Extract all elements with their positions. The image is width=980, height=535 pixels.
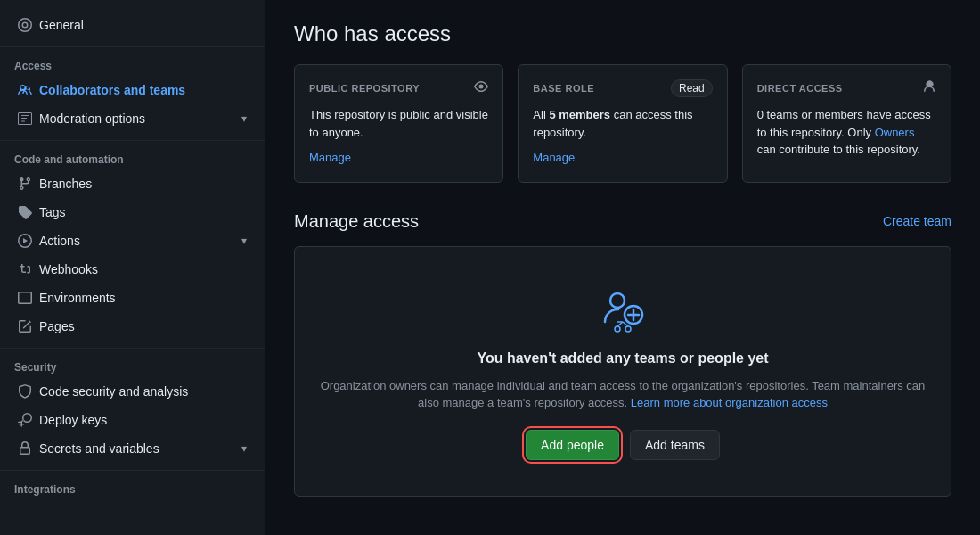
sidebar-item-webhooks[interactable]: Webhooks — [4, 255, 261, 284]
create-team-link[interactable]: Create team — [883, 214, 951, 228]
sidebar-item-collaborators[interactable]: Collaborators and teams — [4, 76, 261, 104]
key-icon — [18, 413, 32, 427]
learn-more-link[interactable]: Learn more about organization access — [631, 396, 828, 409]
card-header-public: PUBLIC REPOSITORY — [309, 79, 488, 97]
sidebar-section-security: Security — [0, 356, 265, 377]
empty-state-icon — [596, 283, 649, 336]
tag-icon — [18, 205, 32, 219]
sidebar-divider-2 — [0, 140, 265, 141]
webhook-icon — [18, 262, 32, 276]
moderation-icon — [18, 111, 32, 126]
public-repo-card: PUBLIC REPOSITORY This repository is pub… — [294, 64, 503, 183]
pages-icon — [18, 319, 32, 333]
direct-access-card: DIRECT ACCESS 0 teams or members have ac… — [742, 64, 951, 183]
sidebar-divider-4 — [0, 470, 265, 471]
sidebar: General Access Collaborators and teams M… — [0, 0, 265, 535]
play-icon — [18, 234, 32, 248]
sidebar-item-deploy-keys[interactable]: Deploy keys — [4, 406, 261, 434]
public-repo-manage-link[interactable]: Manage — [309, 151, 351, 164]
sidebar-item-secrets[interactable]: Secrets and variables ▾ — [4, 434, 261, 463]
svg-point-5 — [625, 326, 631, 332]
add-teams-button[interactable]: Add teams — [630, 430, 720, 460]
empty-state-desc: Organization owners can manage individua… — [320, 377, 926, 412]
page-title: Who has access — [294, 21, 951, 46]
sidebar-section-access: Access — [0, 54, 265, 76]
sidebar-divider-3 — [0, 348, 265, 349]
sidebar-item-branches[interactable]: Branches — [4, 169, 261, 198]
sidebar-item-collaborators-label: Collaborators and teams — [39, 83, 185, 97]
sidebar-item-code-security[interactable]: Code security and analysis — [4, 377, 261, 406]
card-header-direct: DIRECT ACCESS — [757, 79, 936, 97]
empty-state-box: You haven't added any teams or people ye… — [294, 246, 951, 497]
owners-link[interactable]: Owners — [875, 126, 915, 139]
main-content: Who has access PUBLIC REPOSITORY This re… — [265, 0, 980, 535]
empty-state-title: You haven't added any teams or people ye… — [313, 350, 933, 366]
card-header-base: BASE ROLE Read — [533, 79, 712, 97]
manage-access-header: Manage access Create team — [294, 211, 951, 232]
base-role-manage-link[interactable]: Manage — [533, 151, 575, 164]
sidebar-item-tags[interactable]: Tags — [4, 198, 261, 226]
sidebar-item-moderation-label: Moderation options — [39, 111, 145, 126]
lock-icon — [18, 441, 32, 456]
people-icon — [18, 83, 32, 97]
branch-icon — [18, 177, 32, 191]
chevron-down-icon: ▾ — [241, 112, 247, 125]
shield2-icon — [18, 384, 32, 399]
sidebar-item-pages[interactable]: Pages — [4, 312, 261, 341]
sidebar-item-branches-label: Branches — [39, 177, 92, 191]
svg-point-0 — [610, 293, 625, 308]
gear-icon — [18, 18, 32, 32]
sidebar-section-code: Code and automation — [0, 148, 265, 169]
base-role-text: All 5 members can access this repository… — [533, 106, 712, 141]
sidebar-item-environments[interactable]: Environments — [4, 284, 261, 312]
sidebar-divider-1 — [0, 46, 265, 47]
sidebar-item-general[interactable]: General — [4, 11, 261, 39]
add-people-button[interactable]: Add people — [526, 430, 619, 460]
sidebar-item-code-security-label: Code security and analysis — [39, 384, 188, 399]
sidebar-item-actions[interactable]: Actions ▾ — [4, 226, 261, 255]
empty-state-actions: Add people Add teams — [313, 430, 933, 460]
chevron-down-icon-secrets: ▾ — [241, 442, 247, 455]
direct-access-text: 0 teams or members have access to this r… — [757, 106, 936, 159]
sidebar-item-actions-label: Actions — [39, 234, 80, 248]
sidebar-item-tags-label: Tags — [39, 205, 66, 219]
sidebar-item-webhooks-label: Webhooks — [39, 262, 98, 276]
base-role-card: BASE ROLE Read All 5 members can access … — [518, 64, 727, 183]
sidebar-item-secrets-label: Secrets and variables — [39, 441, 159, 456]
access-cards-row: PUBLIC REPOSITORY This repository is pub… — [294, 64, 951, 183]
env-icon — [18, 291, 32, 305]
base-role-label: BASE ROLE — [533, 83, 594, 94]
manage-access-title: Manage access — [294, 211, 419, 232]
sidebar-item-environments-label: Environments — [39, 291, 116, 305]
public-repo-text: This repository is public and visible to… — [309, 106, 488, 141]
sidebar-general-label: General — [39, 18, 84, 32]
eye-icon — [474, 79, 488, 97]
sidebar-item-deploy-keys-label: Deploy keys — [39, 413, 107, 427]
public-repo-label: PUBLIC REPOSITORY — [309, 83, 420, 94]
direct-access-label: DIRECT ACCESS — [757, 83, 843, 94]
sidebar-item-pages-label: Pages — [39, 319, 75, 333]
sidebar-item-moderation[interactable]: Moderation options ▾ — [4, 104, 261, 133]
sidebar-section-integrations: Integrations — [0, 478, 265, 499]
base-role-badge: Read — [671, 79, 713, 97]
svg-point-4 — [615, 326, 620, 332]
chevron-down-icon-actions: ▾ — [241, 235, 247, 247]
person-icon — [922, 79, 936, 97]
